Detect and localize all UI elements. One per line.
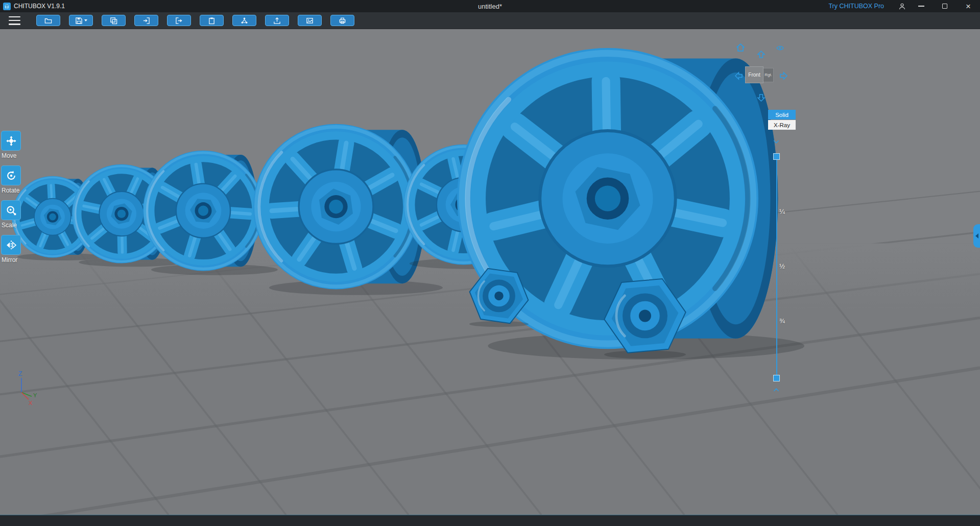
axis-z-label: Z (18, 370, 22, 377)
mirror-label: Mirror (2, 256, 17, 264)
ic-move (6, 135, 17, 147)
close-button[interactable]: × (957, 0, 980, 12)
view-cube-right-face[interactable]: Rgt. (763, 68, 774, 82)
main-toolbar (0, 12, 980, 29)
panel-expand-tab[interactable] (973, 224, 980, 248)
ic-scale (6, 205, 17, 216)
axis-y-label: Y (33, 392, 37, 398)
rotate-button[interactable] (1, 165, 21, 185)
view-cube-front-face[interactable]: Front (745, 66, 763, 83)
scene-3d: ZYX (0, 29, 980, 515)
menu-button[interactable] (9, 16, 20, 25)
tool-move: Move (1, 131, 21, 159)
title-bar: CHITUBOX V1.9.1 untitled* Try CHITUBOX P… (0, 0, 980, 12)
left-toolbar: MoveRotateScaleMirror (1, 131, 21, 264)
clip-slider-lower-handle[interactable] (773, 375, 780, 381)
app-logo-icon (3, 3, 11, 10)
support-button[interactable] (232, 15, 256, 26)
move-label: Move (2, 152, 16, 159)
clip-collapse-icon[interactable] (771, 138, 781, 146)
try-pro-link[interactable]: Try CHITUBOX Pro (828, 3, 884, 10)
clip-fraction-half: ½ (779, 262, 785, 270)
copy-button[interactable] (102, 15, 126, 26)
visibility-eye-icon[interactable] (774, 44, 786, 52)
open-button[interactable] (36, 15, 60, 26)
close-icon: × (966, 2, 971, 11)
view-cube[interactable]: Front Rgt. (745, 66, 774, 83)
rotate-view-left-icon[interactable] (734, 71, 744, 81)
ic-rotate (6, 170, 17, 181)
printer-button[interactable] (330, 15, 354, 26)
mirror-button[interactable] (1, 235, 21, 255)
render-mode-xray-button[interactable]: X-Ray (768, 120, 796, 130)
chevron-left-icon (975, 233, 978, 238)
ic-nodes (241, 17, 248, 25)
ic-copy (110, 17, 117, 25)
dropdown-caret-icon[interactable] (84, 19, 87, 21)
ic-mirror (6, 240, 17, 251)
clip-fraction-quarter: ¼ (779, 208, 785, 216)
tool-scale: Scale (1, 200, 21, 229)
toolbar-buttons (36, 15, 354, 26)
minimize-icon (918, 6, 924, 7)
rotate-view-up-icon[interactable] (756, 50, 766, 59)
maximize-button[interactable] (933, 0, 957, 12)
export-button[interactable] (167, 15, 191, 26)
ic-image (306, 17, 314, 25)
axis-x-label: X (29, 400, 33, 406)
app-name: CHITUBOX V1.9.1 (14, 3, 65, 10)
clipboard-button[interactable] (200, 15, 224, 26)
rotate-view-down-icon[interactable] (756, 93, 766, 103)
slice-button[interactable] (265, 15, 289, 26)
move-button[interactable] (1, 131, 21, 151)
title-bar-right: Try CHITUBOX Pro × (828, 0, 980, 12)
status-bar (0, 515, 980, 526)
ic-folder (44, 17, 52, 25)
ic-import (142, 17, 150, 25)
ic-upload (273, 17, 281, 25)
import-button[interactable] (134, 15, 158, 26)
ic-clipboard (208, 17, 216, 25)
scale-label: Scale (2, 222, 17, 229)
rotate-view-right-icon[interactable] (779, 71, 788, 81)
minimize-button[interactable] (910, 0, 933, 12)
viewport-3d[interactable]: ZYX MoveRotateScaleMirror Front Rgt. Sol… (0, 29, 980, 515)
ic-export (175, 17, 183, 25)
maximize-icon (942, 4, 947, 9)
title-bar-left: CHITUBOX V1.9.1 (0, 3, 65, 10)
clip-slider-upper-handle[interactable] (773, 153, 780, 160)
capture-button[interactable] (298, 15, 322, 26)
document-title: untitled* (478, 0, 502, 12)
ic-printer (339, 17, 346, 25)
clip-fraction-three-quarter: ¾ (779, 317, 785, 325)
tool-mirror: Mirror (1, 235, 21, 264)
clip-slider-track[interactable] (776, 158, 777, 376)
home-view-icon[interactable] (735, 42, 746, 53)
scale-button[interactable] (1, 200, 21, 220)
render-mode-solid-button[interactable]: Solid (768, 110, 796, 119)
ic-save (75, 17, 83, 25)
rotate-label: Rotate (2, 187, 19, 194)
save-button[interactable] (69, 15, 93, 26)
account-icon[interactable] (894, 0, 910, 12)
clip-expand-icon[interactable] (771, 386, 781, 394)
tool-rotate: Rotate (1, 165, 21, 194)
